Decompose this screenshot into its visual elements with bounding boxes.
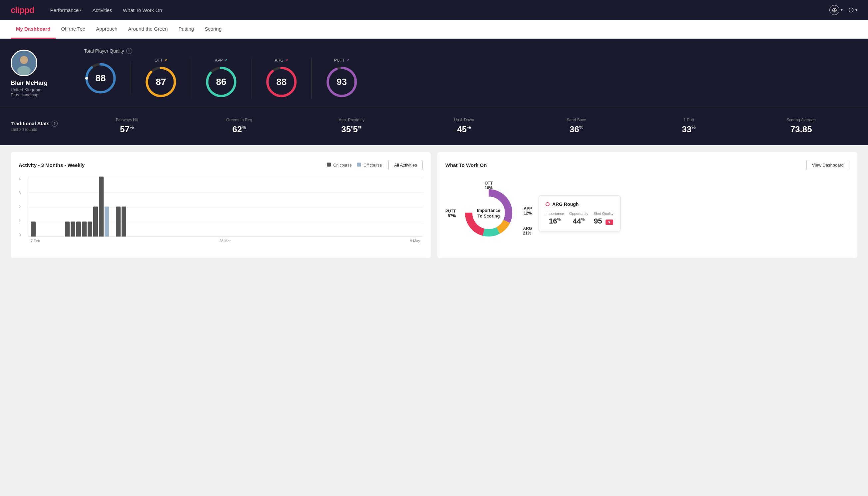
tab-putting[interactable]: Putting <box>173 20 200 38</box>
bar-group <box>88 221 92 236</box>
ott-trend-icon: ↗ <box>164 58 167 63</box>
x-axis-labels: 7 Feb 28 Mar 9 May <box>28 239 423 243</box>
view-dashboard-button[interactable]: View Dashboard <box>806 160 849 170</box>
bottom-cards: Activity - 3 Months - Weekly On course O… <box>0 145 868 265</box>
app-circle: 86 <box>205 65 238 98</box>
bar-group <box>59 236 64 236</box>
detail-opportunity: Opportunity 44% <box>569 212 588 226</box>
stats-label-section: Traditional Stats ? Last 20 rounds <box>11 121 70 132</box>
donut-center: Importance To Scoring <box>477 208 500 219</box>
activity-card: Activity - 3 Months - Weekly On course O… <box>11 152 431 258</box>
bar-group <box>65 221 69 236</box>
add-icon: ⊕ <box>830 5 839 15</box>
overall-value: 88 <box>95 73 106 83</box>
stat-app-proximity: App. Proximity 35'5" <box>296 118 408 135</box>
putt-trend-icon: ↗ <box>346 58 349 63</box>
app-label: APP ↗ <box>215 58 227 63</box>
offcourse-bar <box>105 206 109 236</box>
nav-what-to-work-on[interactable]: What To Work On <box>123 5 162 16</box>
donut-section: PUTT 57% OTT 10% APP 12% ARG <box>445 177 849 250</box>
tab-approach[interactable]: Approach <box>91 20 123 38</box>
putt-label: PUTT ↗ <box>334 58 349 63</box>
wwo-card-title: What To Work On <box>445 162 487 168</box>
donut-with-labels: PUTT 57% OTT 10% APP 12% ARG <box>445 177 532 250</box>
nav-activities[interactable]: Activities <box>92 5 112 16</box>
hero-divider <box>0 107 868 107</box>
activity-legend: On course Off course <box>327 162 382 168</box>
bar-group <box>53 236 58 236</box>
detail-shot-quality: Shot Quality 95 ▼ <box>594 212 614 226</box>
svg-point-17 <box>354 81 357 83</box>
bar-group <box>110 236 115 236</box>
tab-off-the-tee[interactable]: Off the Tee <box>56 20 91 38</box>
bar-group <box>31 221 36 236</box>
bar-group <box>105 206 109 236</box>
quality-title: Total Player Quality ? <box>84 48 857 54</box>
oncourse-bar <box>116 206 121 236</box>
arg-value: 88 <box>276 77 286 87</box>
brand-logo[interactable]: clippd <box>11 5 34 15</box>
tab-my-dashboard[interactable]: My Dashboard <box>11 20 56 38</box>
oncourse-bar <box>82 221 86 236</box>
stat-up-down: Up & Down 45% <box>408 118 520 135</box>
empty-bar <box>127 236 132 236</box>
oncourse-bar <box>93 206 98 236</box>
detail-metrics: Importance 16% Opportunity 44% Shot Qual… <box>546 212 614 226</box>
help-icon[interactable]: ? <box>126 48 132 54</box>
arg-circle: 88 <box>265 65 298 98</box>
user-menu[interactable]: ⊙ ▾ <box>848 6 857 14</box>
player-country: United Kingdom <box>11 87 42 92</box>
ott-circle: 87 <box>144 65 177 98</box>
overall-circle: 88 <box>84 62 117 95</box>
hero-section: Blair McHarg United Kingdom Plus Handica… <box>0 38 868 145</box>
tab-scoring[interactable]: Scoring <box>199 20 227 38</box>
oncourse-bar <box>122 206 126 236</box>
bar-group <box>93 206 98 236</box>
empty-bar <box>37 236 41 236</box>
score-ott: OTT ↗ 87 <box>131 58 191 98</box>
putt-donut-label: PUTT 57% <box>445 209 456 218</box>
stat-sand-save: Sand Save 36% <box>520 118 632 135</box>
stat-greens-in-reg: Greens In Reg 62% <box>183 118 295 135</box>
oncourse-bar <box>31 221 36 236</box>
bar-group <box>48 236 53 236</box>
add-button[interactable]: ⊕ ▾ <box>830 5 843 15</box>
empty-bar <box>110 236 115 236</box>
svg-point-8 <box>145 81 148 83</box>
oncourse-bar <box>99 176 104 236</box>
nav-right-actions: ⊕ ▾ ⊙ ▾ <box>830 5 857 15</box>
activity-card-header: Activity - 3 Months - Weekly On course O… <box>19 160 423 170</box>
empty-bar <box>42 236 47 236</box>
bar-group <box>99 176 104 236</box>
bar-chart-inner <box>28 177 423 237</box>
player-name: Blair McHarg <box>11 80 48 87</box>
bar-group <box>70 221 75 236</box>
bar-groups <box>31 177 420 236</box>
svg-point-2 <box>17 66 31 75</box>
app-trend-icon: ↗ <box>224 58 227 63</box>
donut-chart-wrap: PUTT 57% OTT 10% APP 12% ARG <box>445 177 532 250</box>
top-navigation: clippd Performance ▾ Activities What To … <box>0 0 868 20</box>
oncourse-bar <box>65 221 69 236</box>
traditional-stats-row: Traditional Stats ? Last 20 rounds Fairw… <box>11 115 857 135</box>
avatar-image <box>12 51 36 75</box>
scores-row: 88 OTT ↗ 87 <box>84 58 857 98</box>
svg-point-5 <box>85 77 88 80</box>
oncourse-bar <box>70 221 75 236</box>
app-donut-label: APP 12% <box>524 206 532 216</box>
tab-around-the-green[interactable]: Around the Green <box>123 20 173 38</box>
quality-section: Total Player Quality ? 88 <box>84 48 857 98</box>
tabs-bar: My Dashboard Off the Tee Approach Around… <box>0 20 868 38</box>
score-overall: 88 <box>84 62 131 95</box>
stats-title: Traditional Stats ? <box>11 121 63 127</box>
user-dropdown-icon: ▾ <box>855 7 857 12</box>
bar-chart-container: 0 1 2 3 4 7 Feb 28 Mar 9 May <box>19 177 423 243</box>
y-axis-labels: 0 1 2 3 4 <box>19 177 21 237</box>
svg-point-1 <box>20 56 28 64</box>
avatar <box>11 50 37 76</box>
oncourse-bar <box>88 221 92 236</box>
all-activities-button[interactable]: All Activities <box>388 160 423 170</box>
nav-performance[interactable]: Performance ▾ <box>50 5 82 16</box>
stats-help-icon[interactable]: ? <box>52 121 58 127</box>
svg-point-11 <box>220 67 222 69</box>
